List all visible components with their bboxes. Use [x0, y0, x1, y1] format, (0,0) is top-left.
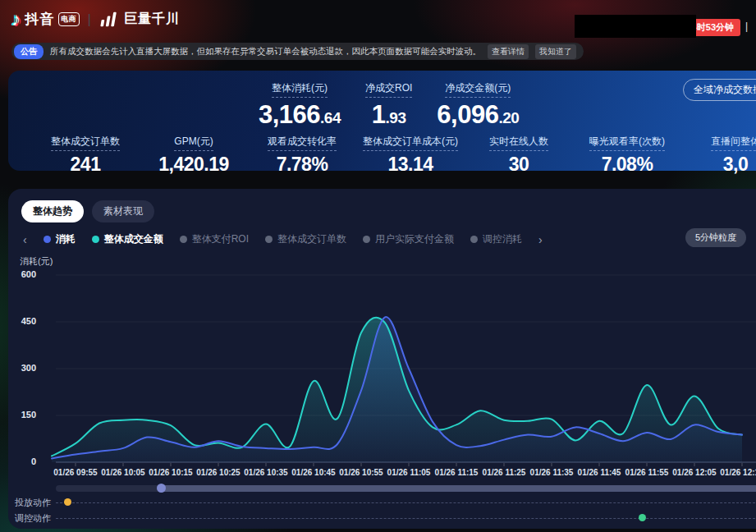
view-details-button[interactable]: 查看详情 [488, 44, 529, 59]
legend-label: 整体成交订单数 [277, 232, 346, 246]
legend-dot [265, 236, 273, 243]
series-area-0 [52, 317, 742, 462]
legend-row: ‹ 消耗整体成交金额整体支付ROI整体成交订单数用户实际支付金额调控消耗 › [23, 232, 543, 246]
legend-item[interactable]: 整体支付ROI [180, 232, 249, 246]
legend-label: 调控消耗 [483, 232, 522, 246]
control-action-marker[interactable] [639, 514, 646, 521]
x-axis-label: 01/26 12:15 [713, 468, 756, 477]
metric-label: 观看成交转化率 [268, 135, 337, 151]
metric-label: GPM(元) [174, 135, 213, 151]
delivery-action-marker[interactable] [64, 498, 71, 506]
metric-label: 整体成交订单成本(元) [363, 135, 458, 151]
metric-value: 7.78% [248, 154, 356, 176]
metric-secondary: 观看成交转化率7.78% [248, 133, 356, 176]
tab-material-performance[interactable]: 素材表现 [92, 200, 154, 222]
legend-item[interactable]: 消耗 [44, 232, 76, 246]
legend-item[interactable]: 调控消耗 [470, 232, 522, 246]
metrics-top-row: 整体消耗(元)3,166.64净成交ROI1.93净成交金额(元)6,096.2… [259, 80, 519, 130]
granularity-badge[interactable]: 5分钟粒度 [685, 228, 746, 247]
legend-item[interactable]: 整体成交金额 [92, 232, 163, 246]
tab-overall-trend[interactable]: 整体趋势 [21, 200, 84, 222]
douyin-wordmark: 抖音 [25, 10, 55, 29]
metric-secondary: 实时在线人数30 [465, 133, 573, 176]
timeline-scrollbar[interactable] [56, 485, 756, 492]
redacted-region [575, 15, 696, 38]
announcement-badge: 公告 [14, 44, 44, 59]
action-row-timeline [56, 518, 756, 519]
legend-label: 整体成交金额 [104, 232, 163, 246]
action-row-timeline [56, 502, 756, 503]
scope-selector-dropdown[interactable]: 全域净成交数据 ∨ [683, 79, 756, 101]
trend-chart[interactable] [8, 267, 756, 472]
top-right-divider: | [745, 21, 748, 32]
legend-dot [470, 236, 478, 243]
legend-dot [180, 236, 187, 243]
announcement-bar: 公告 所有成交数据会先计入直播大屏数据，但如果存在异常交易订单会被动态退款，因此… [11, 43, 584, 60]
legend-dot [363, 236, 370, 243]
action-row-label: 投放动作 [15, 497, 53, 509]
metric-primary: 净成交金额(元)6,096.20 [437, 80, 519, 130]
scrollbar-handle[interactable] [157, 484, 166, 493]
legend-items: 消耗整体成交金额整体支付ROI整体成交订单数用户实际支付金额调控消耗 [44, 232, 522, 246]
douyin-note-icon: ♪ [11, 10, 21, 29]
metric-secondary: 整体成交订单数241 [31, 133, 140, 176]
metric-secondary: GPM(元)1,420.19 [140, 133, 248, 176]
control-actions-row: 调控动作 [15, 511, 756, 525]
brand-area: ♪ 抖音 电商 | 巨量千川 [11, 10, 180, 29]
top-bar: ♪ 抖音 电商 | 巨量千川 中 | 2小时53分钟 | [0, 0, 756, 41]
metric-value: 13.14 [356, 154, 465, 176]
chevron-right-icon[interactable]: › [538, 233, 543, 246]
metric-value: 3,0 [681, 154, 756, 176]
metric-value: 1,420.19 [140, 154, 248, 176]
legend-item[interactable]: 整体成交订单数 [265, 232, 346, 246]
legend-label: 整体支付ROI [192, 232, 249, 246]
metric-label: 实时在线人数 [489, 135, 548, 151]
metric-secondary: 整体成交订单成本(元)13.14 [356, 133, 465, 176]
scope-selector-label: 全域净成交数据 [694, 83, 756, 97]
y-axis-title: 消耗(元) [20, 255, 53, 268]
legend-label: 消耗 [56, 232, 76, 246]
brand-divider: | [88, 11, 91, 28]
metric-primary: 净成交ROI1.93 [365, 80, 412, 130]
legend-label: 用户实际支付金额 [375, 232, 454, 246]
qianchuan-wordmark: 巨量千川 [124, 11, 180, 28]
metrics-panel: 全域净成交数据 ∨ 整体消耗(元)3,166.64净成交ROI1.93净成交金额… [8, 71, 756, 171]
metric-value: 6,096.20 [437, 100, 519, 130]
announcement-text: 所有成交数据会先计入直播大屏数据，但如果存在异常交易订单会被动态退款，因此本页面… [50, 46, 481, 57]
trend-panel: 整体趋势素材表现 ‹ 消耗整体成交金额整体支付ROI整体成交订单数用户实际支付金… [8, 189, 756, 529]
metric-label: 整体成交订单数 [51, 135, 120, 151]
action-row-label: 调控动作 [15, 512, 53, 525]
metric-label: 净成交金额(元) [445, 81, 511, 98]
acknowledge-button[interactable]: 我知道了 [535, 44, 576, 59]
metric-label: 直播间整体 [711, 135, 756, 151]
metric-label: 净成交ROI [365, 81, 412, 98]
scrollbar-selected-range[interactable] [161, 485, 756, 492]
ecommerce-badge: 电商 [58, 12, 80, 26]
legend-dot [44, 236, 51, 243]
legend-dot [92, 236, 99, 243]
metric-secondary: 曝光观看率(次数)7.08% [573, 133, 681, 176]
metric-value: 3,166.64 [259, 100, 341, 130]
metric-label: 整体消耗(元) [272, 81, 328, 98]
chevron-left-icon[interactable]: ‹ [23, 233, 27, 246]
qianchuan-logo-icon [99, 11, 119, 29]
metric-value: 30 [465, 154, 573, 176]
metric-primary: 整体消耗(元)3,166.64 [259, 80, 341, 130]
metric-label: 曝光观看率(次数) [589, 135, 665, 151]
metric-value: 241 [31, 154, 140, 176]
metric-value: 7.08% [573, 154, 681, 176]
legend-item[interactable]: 用户实际支付金额 [363, 232, 454, 246]
metric-secondary: 直播间整体3,0 [681, 133, 756, 176]
metric-value: 1.93 [365, 100, 412, 130]
delivery-actions-row: 投放动作 [15, 496, 756, 509]
tab-bar: 整体趋势素材表现 [21, 200, 154, 222]
metrics-bottom-row: 整体成交订单数241GPM(元)1,420.19观看成交转化率7.78%整体成交… [8, 133, 756, 176]
top-right-area: 中 | 2小时53分钟 | [493, 13, 756, 38]
